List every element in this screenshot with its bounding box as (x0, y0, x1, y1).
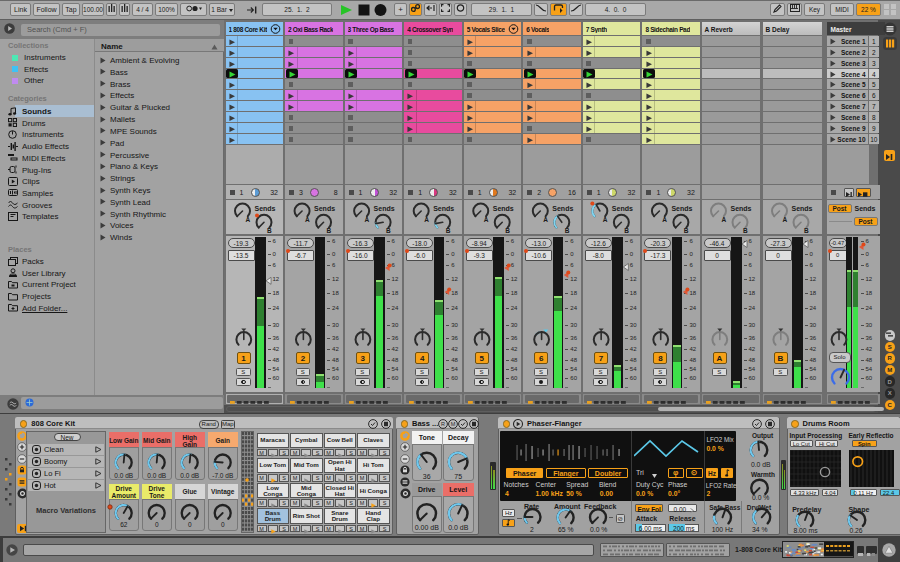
svg-text:M: M (450, 421, 455, 427)
svg-text:R: R (441, 421, 445, 427)
